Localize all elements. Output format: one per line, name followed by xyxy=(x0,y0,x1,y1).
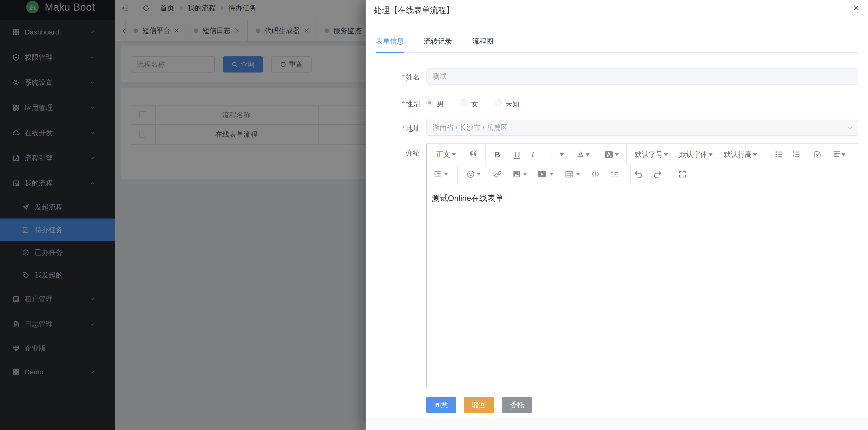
svg-text:3: 3 xyxy=(793,155,794,158)
